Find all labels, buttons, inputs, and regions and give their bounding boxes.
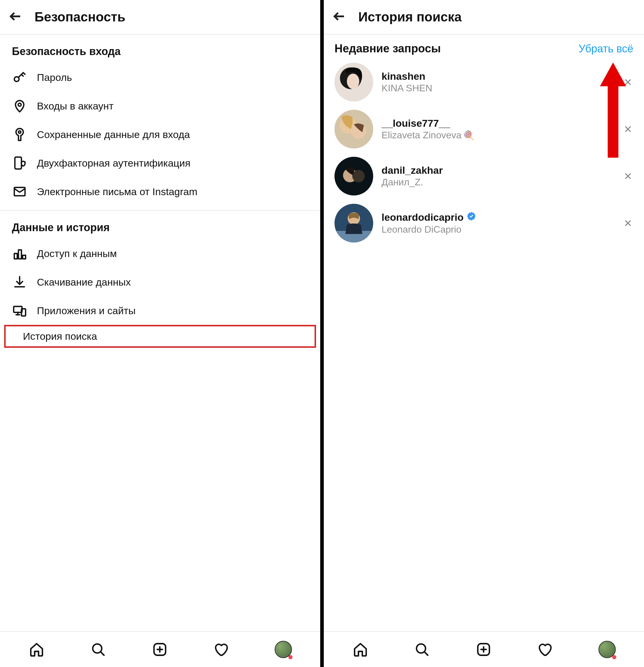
item-label: Доступ к данным (37, 248, 117, 259)
item-search-history-highlighted[interactable]: История поиска (4, 325, 316, 348)
nav-home[interactable] (352, 641, 369, 658)
svg-point-2 (18, 131, 21, 133)
user-info: danil_zakhar Данил_Z. (382, 164, 614, 188)
search-result[interactable]: __louise777__ Elizaveta Zinoveva🍭 (324, 105, 644, 152)
fullname: Leonardo DiCaprio (382, 224, 462, 235)
phone-shield-icon (12, 155, 27, 171)
search-result[interactable]: danil_zakhar Данил_Z. (324, 152, 644, 200)
back-button[interactable] (332, 9, 347, 25)
item-label: Сохраненные данные для входа (37, 129, 190, 141)
search-history-screen: История поиска Недавние запросы Убрать в… (324, 0, 644, 667)
search-result[interactable]: kinashen KINA SHEN (324, 59, 644, 105)
add-post-icon (152, 642, 167, 657)
emoji: 🍭 (463, 130, 474, 141)
fullname: Elizaveta Zinoveva (382, 130, 462, 141)
screen-divider (320, 0, 324, 667)
avatar (335, 63, 373, 101)
svg-point-1 (18, 103, 21, 106)
search-icon (91, 642, 106, 657)
item-label: Двухфакторная аутентификация (37, 157, 191, 169)
nav-profile-avatar[interactable] (275, 641, 292, 658)
page-title: История поиска (358, 10, 462, 25)
avatar (335, 204, 373, 242)
user-info: __louise777__ Elizaveta Zinoveva🍭 (382, 117, 614, 141)
nav-profile-avatar[interactable] (598, 641, 616, 658)
nav-add-post[interactable] (151, 641, 168, 658)
location-pin-icon (12, 98, 27, 114)
remove-button[interactable] (623, 77, 633, 87)
user-info: leonardodicaprio Leonardo DiCaprio (382, 212, 614, 235)
item-two-factor[interactable]: Двухфакторная аутентификация (0, 149, 320, 177)
bar-chart-icon (12, 246, 27, 261)
keyhole-icon (12, 127, 27, 142)
item-label: Приложения и сайты (37, 305, 136, 316)
close-icon (624, 219, 632, 228)
username: danil_zakhar (382, 164, 443, 176)
header: Безопасность (0, 0, 320, 34)
svg-rect-9 (21, 309, 26, 316)
item-data-access[interactable]: Доступ к данным (0, 239, 320, 268)
nav-activity[interactable] (213, 641, 230, 658)
recent-label: Недавние запросы (335, 42, 441, 55)
fullname: Данил_Z. (382, 177, 423, 188)
svg-rect-5 (14, 254, 17, 259)
verified-badge-icon (467, 212, 476, 224)
heart-icon (537, 642, 553, 657)
item-emails[interactable]: Электронные письма от Instagram (0, 177, 320, 206)
bottom-nav (324, 631, 644, 667)
remove-button[interactable] (623, 124, 633, 134)
back-button[interactable] (8, 9, 22, 25)
nav-activity[interactable] (537, 641, 553, 658)
item-label: История поиска (23, 330, 97, 342)
close-icon (624, 172, 632, 181)
user-info: kinashen KINA SHEN (382, 70, 614, 94)
item-label: Электронные письма от Instagram (37, 186, 197, 197)
remove-button[interactable] (623, 171, 633, 181)
nav-search[interactable] (90, 641, 107, 658)
item-label: Скачивание данных (37, 276, 131, 288)
arrow-left-icon (8, 9, 22, 23)
home-icon (29, 642, 44, 657)
item-download-data[interactable]: Скачивание данных (0, 268, 320, 296)
search-icon (414, 642, 430, 657)
svg-rect-3 (15, 157, 21, 169)
item-apps-websites[interactable]: Приложения и сайты (0, 296, 320, 325)
nav-home[interactable] (28, 641, 45, 658)
item-label: Входы в аккаунт (37, 100, 114, 112)
mail-icon (12, 184, 27, 199)
nav-search[interactable] (414, 641, 430, 658)
download-icon (12, 274, 27, 290)
username: __louise777__ (382, 117, 450, 129)
section-data-history: Данные и история (0, 211, 320, 239)
avatar (335, 110, 373, 148)
svg-rect-7 (22, 255, 26, 259)
security-screen: Безопасность Безопасность входа Пароль В… (0, 0, 320, 667)
devices-icon (12, 303, 27, 318)
fullname: KINA SHEN (382, 83, 432, 94)
section-login-security: Безопасность входа (0, 34, 320, 63)
clear-all-button[interactable]: Убрать всё (579, 43, 633, 55)
username: leonardodicaprio (382, 212, 464, 223)
recent-header: Недавние запросы Убрать всё (324, 34, 644, 59)
item-saved-login[interactable]: Сохраненные данные для входа (0, 120, 320, 149)
svg-point-21 (352, 170, 365, 182)
item-login-activity[interactable]: Входы в аккаунт (0, 92, 320, 120)
svg-rect-6 (18, 250, 21, 259)
item-password[interactable]: Пароль (0, 63, 320, 92)
key-icon (12, 70, 27, 85)
home-icon (353, 642, 368, 657)
username: kinashen (382, 70, 425, 82)
remove-button[interactable] (623, 218, 633, 228)
heart-icon (214, 642, 229, 657)
bottom-nav (0, 631, 320, 667)
add-post-icon (476, 642, 491, 657)
svg-point-15 (347, 74, 359, 89)
close-icon (624, 125, 632, 134)
avatar (335, 157, 373, 195)
page-title: Безопасность (34, 10, 125, 25)
nav-add-post[interactable] (475, 641, 492, 658)
close-icon (624, 78, 632, 86)
search-result[interactable]: leonardodicaprio Leonardo DiCaprio (324, 200, 644, 247)
header: История поиска (324, 0, 644, 34)
item-label: Пароль (37, 72, 72, 83)
